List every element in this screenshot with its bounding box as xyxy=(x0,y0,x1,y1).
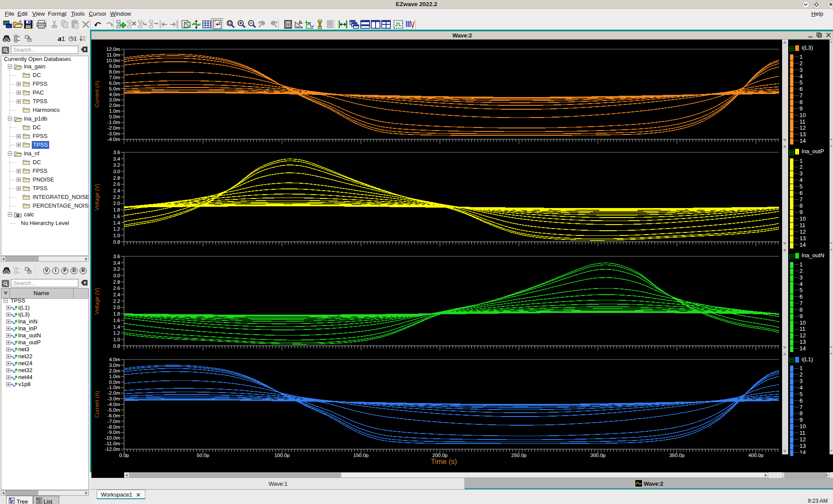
svg-text:2.4: 2.4 xyxy=(113,188,121,193)
svg-text:1.8: 1.8 xyxy=(113,207,120,212)
svg-text:3.6: 3.6 xyxy=(113,150,120,155)
svg-text:2.0: 2.0 xyxy=(113,201,120,206)
svg-text:1.2: 1.2 xyxy=(113,330,120,336)
svg-text:4.0m: 4.0m xyxy=(109,357,120,362)
svg-text:0.0m: 0.0m xyxy=(109,380,120,385)
svg-text:-10.0m: -10.0m xyxy=(104,435,120,440)
svg-text:3.0: 3.0 xyxy=(113,169,120,174)
svg-text:250.0p: 250.0p xyxy=(511,453,527,458)
svg-text:100.0p: 100.0p xyxy=(274,453,289,458)
svg-text:350.0p: 350.0p xyxy=(669,453,685,458)
svg-text:-5.0m: -5.0m xyxy=(107,407,120,413)
svg-text:3.0: 3.0 xyxy=(113,273,120,278)
svg-text:2.2: 2.2 xyxy=(113,195,120,200)
svg-text:-8.0m: -8.0m xyxy=(107,424,120,430)
svg-text:-2.0m: -2.0m xyxy=(107,125,120,131)
svg-text:1.2: 1.2 xyxy=(113,226,120,232)
svg-text:2.2: 2.2 xyxy=(113,299,120,304)
svg-text:6.0m: 6.0m xyxy=(109,81,120,86)
svg-text:Time (s): Time (s) xyxy=(431,457,457,465)
svg-text:-11.0m: -11.0m xyxy=(105,441,120,446)
svg-text:7.0m: 7.0m xyxy=(109,75,120,80)
svg-text:10.0m: 10.0m xyxy=(106,58,120,63)
svg-text:5.0m: 5.0m xyxy=(109,86,120,91)
svg-text:Voltage (V): Voltage (V) xyxy=(94,184,100,211)
svg-text:300.0p: 300.0p xyxy=(590,453,605,458)
svg-text:-1.0m: -1.0m xyxy=(107,120,120,125)
svg-text:1.0m: 1.0m xyxy=(109,374,120,379)
svg-text:50.0p: 50.0p xyxy=(197,453,209,458)
svg-text:Current (A): Current (A) xyxy=(94,391,100,418)
svg-text:3.0m: 3.0m xyxy=(109,363,120,368)
svg-text:2.6: 2.6 xyxy=(113,286,120,291)
svg-text:Current (A): Current (A) xyxy=(94,81,100,108)
svg-text:0.0p: 0.0p xyxy=(119,453,129,458)
svg-text:-1.0m: -1.0m xyxy=(107,385,120,390)
svg-text:1.0m: 1.0m xyxy=(109,108,120,114)
svg-text:1.4: 1.4 xyxy=(113,324,121,329)
svg-text:-4.0m: -4.0m xyxy=(107,402,120,407)
svg-text:-4.0m: -4.0m xyxy=(107,137,120,142)
svg-text:8.0m: 8.0m xyxy=(109,69,120,74)
svg-text:12.0m: 12.0m xyxy=(106,47,120,52)
svg-text:2.0: 2.0 xyxy=(113,305,120,310)
svg-text:3.4: 3.4 xyxy=(113,260,121,265)
svg-text:-7.0m: -7.0m xyxy=(107,419,120,424)
svg-text:-9.0m: -9.0m xyxy=(107,430,120,435)
svg-text:-12.0m: -12.0m xyxy=(104,447,120,452)
svg-text:400.0p: 400.0p xyxy=(748,453,763,458)
svg-text:3.0m: 3.0m xyxy=(109,97,120,102)
svg-text:-6.0m: -6.0m xyxy=(107,413,120,418)
svg-text:2.4: 2.4 xyxy=(113,292,121,297)
svg-text:4.0m: 4.0m xyxy=(109,92,120,97)
svg-text:2.6: 2.6 xyxy=(113,181,120,187)
svg-text:-3.0m: -3.0m xyxy=(107,131,120,136)
svg-text:0.8: 0.8 xyxy=(113,239,120,245)
svg-text:1.6: 1.6 xyxy=(113,318,120,323)
svg-text:1.8: 1.8 xyxy=(113,311,120,316)
svg-text:-2.0m: -2.0m xyxy=(107,390,120,396)
svg-text:1.6: 1.6 xyxy=(113,214,120,219)
svg-text:2.8: 2.8 xyxy=(113,279,120,285)
svg-text:11.0m: 11.0m xyxy=(107,52,120,57)
svg-text:1.4: 1.4 xyxy=(113,220,121,225)
svg-text:2.0m: 2.0m xyxy=(109,368,120,373)
svg-text:0.8: 0.8 xyxy=(113,343,120,349)
svg-text:3.2: 3.2 xyxy=(113,162,120,168)
svg-text:1.0: 1.0 xyxy=(113,233,120,238)
svg-text:0.0m: 0.0m xyxy=(109,114,120,119)
svg-text:3.6: 3.6 xyxy=(113,254,120,259)
svg-text:3.2: 3.2 xyxy=(113,266,120,272)
svg-text:3.4: 3.4 xyxy=(113,156,121,161)
svg-text:9.0m: 9.0m xyxy=(109,64,120,69)
svg-text:-3.0m: -3.0m xyxy=(107,396,120,401)
svg-text:2.8: 2.8 xyxy=(113,175,120,181)
svg-text:Voltage (V): Voltage (V) xyxy=(94,288,100,315)
svg-text:150.0p: 150.0p xyxy=(353,453,369,458)
svg-text:2.0m: 2.0m xyxy=(109,103,120,108)
svg-text:1.0: 1.0 xyxy=(113,337,120,342)
